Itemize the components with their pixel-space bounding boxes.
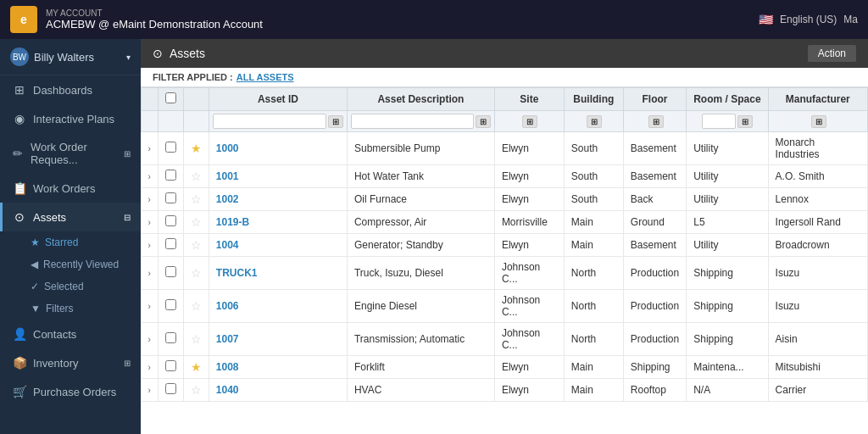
sidebar-item-interactive-plans[interactable]: ◉ Interactive Plans (0, 104, 141, 133)
asset-id-link[interactable]: 1007 (216, 333, 239, 345)
col-star-header (183, 88, 209, 111)
row-expand-arrow[interactable]: › (148, 144, 151, 153)
filter-asset-id-input[interactable] (213, 114, 326, 129)
col-room-header[interactable]: Room / Space (687, 88, 768, 111)
sidebar-user[interactable]: BW Billy Walters ▾ (0, 39, 141, 75)
filter-room-btn[interactable]: ⊞ (737, 115, 753, 128)
row-expand-arrow[interactable]: › (148, 241, 151, 250)
col-description-header[interactable]: Asset Description (347, 88, 494, 111)
row-expand-arrow[interactable]: › (148, 218, 151, 227)
row-floor-cell: Basement (623, 234, 686, 257)
selected-label: Selected (44, 281, 84, 292)
row-expand-arrow[interactable]: › (148, 195, 151, 204)
row-checkbox-cell[interactable] (158, 257, 183, 290)
asset-id-link[interactable]: 1004 (216, 239, 239, 251)
star-empty-icon[interactable]: ☆ (191, 170, 202, 183)
col-site-header[interactable]: Site (494, 88, 564, 111)
row-floor-cell: Back (623, 188, 686, 211)
row-expand-arrow[interactable]: › (148, 172, 151, 181)
filter-floor-col: ⊞ (623, 111, 686, 132)
row-checkbox[interactable] (165, 383, 176, 394)
asset-id-link[interactable]: 1040 (216, 384, 239, 396)
col-asset-id-header[interactable]: Asset ID (209, 88, 347, 111)
work-order-requests-icon: ✏ (13, 147, 24, 160)
star-filled-icon[interactable]: ★ (191, 360, 202, 374)
star-empty-icon[interactable]: ☆ (191, 238, 202, 252)
filter-value[interactable]: ALL ASSETS (236, 72, 294, 82)
col-checkbox-header[interactable] (158, 88, 183, 111)
row-checkbox-cell[interactable] (158, 132, 183, 165)
asset-id-link[interactable]: 1019-B (216, 216, 249, 228)
row-checkbox[interactable] (165, 299, 176, 310)
row-checkbox-cell[interactable] (158, 290, 183, 323)
row-building: North (571, 300, 596, 312)
row-asset-id-cell: 1004 (209, 234, 347, 257)
row-checkbox[interactable] (165, 332, 176, 343)
star-filled-icon[interactable]: ★ (191, 142, 202, 155)
star-empty-icon[interactable]: ☆ (191, 383, 202, 397)
row-expand-arrow[interactable]: › (148, 386, 151, 395)
sidebar-item-dashboards[interactable]: ⊞ Dashboards (0, 75, 141, 104)
row-expand-arrow[interactable]: › (148, 269, 151, 278)
row-description-cell: Compressor, Air (347, 211, 494, 234)
row-checkbox-cell[interactable] (158, 165, 183, 188)
asset-id-link[interactable]: 1001 (216, 170, 239, 182)
star-empty-icon[interactable]: ☆ (191, 215, 202, 229)
row-room: Utility (693, 142, 718, 154)
filter-building-btn[interactable]: ⊞ (587, 115, 602, 128)
row-expand-arrow[interactable]: › (148, 302, 151, 311)
sidebar-item-purchase-orders[interactable]: 🛒 Purchase Orders (0, 377, 141, 406)
star-empty-icon[interactable]: ☆ (191, 192, 202, 206)
asset-id-link[interactable]: 1000 (216, 142, 239, 154)
row-expand-arrow[interactable]: › (148, 363, 151, 372)
asset-id-link[interactable]: 1002 (216, 193, 239, 205)
row-checkbox-cell[interactable] (158, 188, 183, 211)
star-empty-icon[interactable]: ☆ (191, 332, 202, 346)
asset-id-link[interactable]: 1006 (216, 300, 239, 312)
assets-table: Asset ID Asset Description Site Building (141, 87, 868, 402)
row-checkbox[interactable] (165, 192, 176, 203)
row-asset-id-cell: 1006 (209, 290, 347, 323)
row-checkbox[interactable] (165, 266, 176, 277)
row-checkbox-cell[interactable] (158, 234, 183, 257)
asset-id-link[interactable]: 1008 (216, 361, 239, 373)
actions-button[interactable]: Action (808, 45, 856, 62)
row-checkbox-cell[interactable] (158, 356, 183, 379)
sidebar-sub-filters[interactable]: ▼ Filters (31, 298, 141, 320)
filter-site-btn[interactable]: ⊞ (522, 115, 537, 128)
row-checkbox[interactable] (165, 170, 176, 181)
asset-id-link[interactable]: TRUCK1 (216, 267, 258, 279)
row-checkbox-cell[interactable] (158, 379, 183, 402)
row-checkbox[interactable] (165, 360, 176, 371)
star-empty-icon[interactable]: ☆ (191, 299, 202, 313)
sidebar-item-assets[interactable]: ⊙ Assets ⊟ (0, 203, 141, 231)
language-label[interactable]: English (US) (780, 14, 837, 25)
row-expand-arrow[interactable]: › (148, 335, 151, 344)
filter-expand-col (142, 111, 159, 132)
row-checkbox[interactable] (165, 142, 176, 153)
filter-asset-id-btn[interactable]: ⊞ (328, 115, 343, 128)
filter-floor-btn[interactable]: ⊞ (648, 115, 664, 128)
row-checkbox-cell[interactable] (158, 323, 183, 356)
filter-description-btn[interactable]: ⊞ (476, 115, 491, 128)
sidebar-sub-starred[interactable]: ★ Starred (31, 231, 141, 253)
row-floor: Production (631, 333, 679, 345)
col-floor-header[interactable]: Floor (623, 88, 686, 111)
row-checkbox-cell[interactable] (158, 211, 183, 234)
sidebar-item-work-orders[interactable]: 📋 Work Orders (0, 174, 141, 203)
sidebar-item-work-order-requests[interactable]: ✏ Work Order Reques... ⊞ (0, 133, 141, 174)
select-all-checkbox[interactable] (165, 92, 176, 103)
filter-mfr-btn[interactable]: ⊞ (811, 115, 826, 128)
filter-description-input[interactable] (351, 114, 474, 129)
row-checkbox[interactable] (165, 238, 176, 249)
star-empty-icon[interactable]: ☆ (191, 266, 202, 280)
filter-room-input[interactable] (702, 114, 736, 129)
sidebar-item-inventory[interactable]: 📦 Inventory ⊞ (0, 348, 141, 377)
row-checkbox[interactable] (165, 215, 176, 226)
col-manufacturer-header[interactable]: Manufacturer (768, 88, 867, 111)
sidebar-sub-recently-viewed[interactable]: ◀ Recently Viewed (31, 253, 141, 275)
sidebar-item-contacts[interactable]: 👤 Contacts (0, 320, 141, 348)
col-building-header[interactable]: Building (564, 88, 623, 111)
row-floor-cell: Ground (623, 211, 686, 234)
sidebar-sub-selected[interactable]: ✓ Selected (31, 275, 141, 298)
